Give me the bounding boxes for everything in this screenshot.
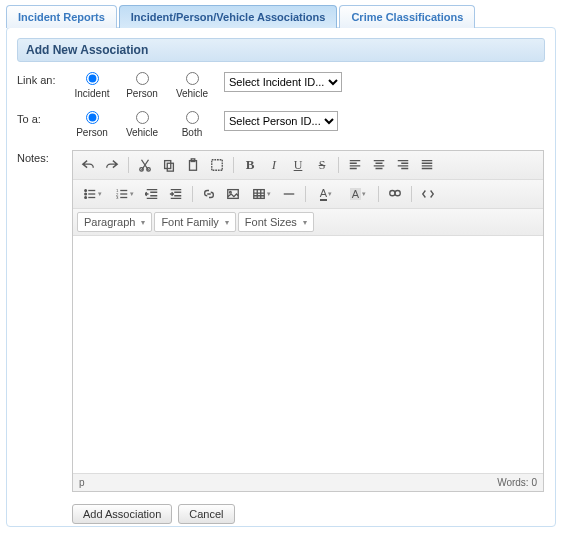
rich-text-editor: B I U S ▾ 123▾ ▾ [72, 150, 544, 492]
section-title: Add New Association [17, 38, 545, 62]
svg-point-9 [84, 197, 86, 199]
numbered-list-icon[interactable]: 123▾ [109, 184, 139, 204]
cut-icon[interactable] [134, 155, 156, 175]
indent-icon[interactable] [165, 184, 187, 204]
text-color-icon[interactable]: A▾ [311, 184, 341, 204]
image-icon[interactable] [222, 184, 244, 204]
link-radio-incident-label: Incident [74, 88, 109, 99]
svg-point-8 [84, 193, 86, 195]
to-select[interactable]: Select Person ID... [224, 111, 338, 131]
font-sizes-dropdown[interactable]: Font Sizes▾ [238, 212, 314, 232]
bold-icon[interactable]: B [239, 155, 261, 175]
link-an-label: Link an: [17, 72, 72, 86]
notes-label: Notes: [17, 150, 72, 164]
align-left-icon[interactable] [344, 155, 366, 175]
editor-textarea[interactable] [73, 236, 543, 474]
editor-path: p [79, 477, 85, 488]
svg-point-14 [230, 191, 232, 193]
to-radio-person[interactable] [86, 111, 99, 124]
font-family-dropdown[interactable]: Font Family▾ [154, 212, 235, 232]
editor-statusbar: p Words: 0 [73, 474, 543, 491]
italic-icon[interactable]: I [263, 155, 285, 175]
to-radio-vehicle[interactable] [136, 111, 149, 124]
bullet-list-icon[interactable]: ▾ [77, 184, 107, 204]
cancel-button[interactable]: Cancel [178, 504, 234, 524]
redo-icon[interactable] [101, 155, 123, 175]
link-radio-person-label: Person [126, 88, 158, 99]
align-right-icon[interactable] [392, 155, 414, 175]
link-icon[interactable] [198, 184, 220, 204]
background-color-icon[interactable]: A▾ [343, 184, 373, 204]
to-radio-both-label: Both [182, 127, 203, 138]
underline-icon[interactable]: U [287, 155, 309, 175]
source-code-icon[interactable] [417, 184, 439, 204]
editor-toolbar-row1: B I U S [73, 151, 543, 180]
svg-text:3: 3 [115, 195, 118, 200]
svg-point-16 [390, 191, 395, 196]
to-a-label: To a: [17, 111, 72, 125]
paste-icon[interactable] [182, 155, 204, 175]
link-radio-person[interactable] [136, 72, 149, 85]
table-icon[interactable]: ▾ [246, 184, 276, 204]
select-all-icon[interactable] [206, 155, 228, 175]
svg-rect-15 [253, 190, 264, 199]
tab-associations[interactable]: Incident/Person/Vehicle Associations [119, 5, 338, 28]
link-select[interactable]: Select Incident ID... [224, 72, 342, 92]
to-radio-vehicle-label: Vehicle [126, 127, 158, 138]
to-radio-person-label: Person [76, 127, 108, 138]
undo-icon[interactable] [77, 155, 99, 175]
content-panel: Add New Association Link an: Incident Pe… [6, 27, 556, 527]
add-association-button[interactable]: Add Association [72, 504, 172, 524]
tab-incident-reports[interactable]: Incident Reports [6, 5, 117, 28]
svg-point-17 [395, 191, 400, 196]
editor-word-count: Words: 0 [497, 477, 537, 488]
svg-point-7 [84, 190, 86, 192]
link-radio-vehicle-label: Vehicle [176, 88, 208, 99]
editor-toolbar-row3: Paragraph▾ Font Family▾ Font Sizes▾ [73, 209, 543, 236]
link-radio-vehicle[interactable] [186, 72, 199, 85]
horizontal-rule-icon[interactable] [278, 184, 300, 204]
svg-rect-6 [212, 160, 223, 171]
strikethrough-icon[interactable]: S [311, 155, 333, 175]
to-radio-both[interactable] [186, 111, 199, 124]
align-justify-icon[interactable] [416, 155, 438, 175]
tab-crime-classifications[interactable]: Crime Classifications [339, 5, 475, 28]
align-center-icon[interactable] [368, 155, 390, 175]
copy-icon[interactable] [158, 155, 180, 175]
link-radio-incident[interactable] [86, 72, 99, 85]
outdent-icon[interactable] [141, 184, 163, 204]
editor-toolbar-row2: ▾ 123▾ ▾ A▾ A▾ [73, 180, 543, 209]
find-icon[interactable] [384, 184, 406, 204]
paragraph-dropdown[interactable]: Paragraph▾ [77, 212, 152, 232]
